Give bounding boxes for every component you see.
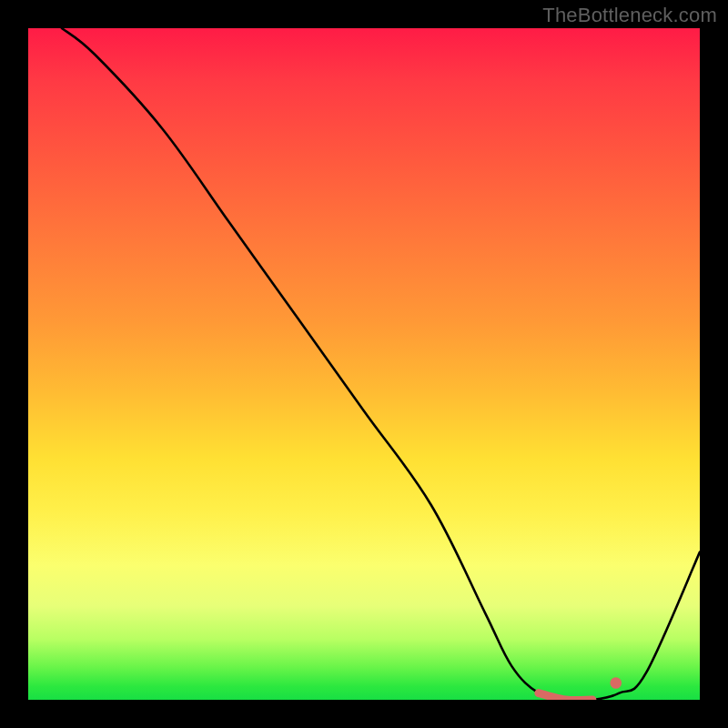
- curve-svg: [28, 28, 700, 700]
- bottleneck-curve-path: [62, 28, 700, 700]
- highlight-region-path: [539, 693, 592, 700]
- highlight-end-dot: [610, 677, 622, 689]
- watermark-text: TheBottleneck.com: [542, 4, 717, 27]
- chart-frame: TheBottleneck.com: [0, 0, 728, 728]
- plot-area: [28, 28, 700, 700]
